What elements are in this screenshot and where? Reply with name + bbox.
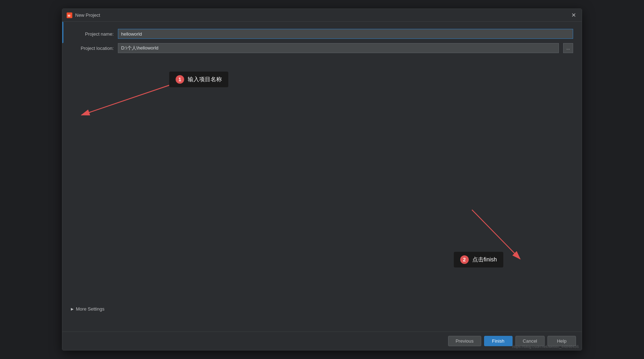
title-bar: M New Project ✕ bbox=[62, 9, 582, 22]
previous-button[interactable]: Previous bbox=[448, 336, 481, 346]
project-location-label: Project location: bbox=[71, 46, 114, 51]
project-name-row: Project name: bbox=[71, 29, 573, 39]
annotation-2-text: 点击finish bbox=[472, 256, 497, 264]
svg-line-3 bbox=[82, 85, 171, 115]
annotation-1-bubble: 1 输入项目名称 bbox=[169, 72, 228, 87]
browse-button[interactable]: ... bbox=[563, 43, 573, 53]
svg-text:M: M bbox=[68, 14, 71, 17]
annotation-1-text: 输入项目名称 bbox=[188, 76, 222, 83]
project-location-input[interactable] bbox=[118, 43, 559, 53]
watermark: https://blog.csdn.net/weixin_44846436 bbox=[512, 344, 579, 349]
annotation-2-number: 2 bbox=[460, 255, 469, 264]
more-settings-toggle[interactable]: ▶ More Settings bbox=[71, 306, 104, 312]
project-location-row: Project location: ... bbox=[71, 43, 573, 53]
dialog-footer: Previous Finish Cancel Help bbox=[62, 332, 582, 350]
dialog-title: New Project bbox=[75, 12, 570, 18]
project-name-label: Project name: bbox=[71, 31, 114, 37]
content-area: Project name: Project location: ... 1 输入… bbox=[62, 22, 582, 332]
annotation-1-container: 1 输入项目名称 bbox=[169, 72, 228, 87]
annotation-1-arrow bbox=[71, 81, 185, 124]
annotation-1-number: 1 bbox=[176, 75, 184, 84]
finish-button[interactable]: Finish bbox=[484, 336, 513, 346]
annotation-2-container: 2 点击finish bbox=[454, 252, 503, 267]
new-project-dialog: M New Project ✕ Project name: Project lo… bbox=[62, 9, 582, 350]
chevron-right-icon: ▶ bbox=[71, 307, 74, 311]
project-name-input[interactable] bbox=[118, 29, 573, 39]
annotation-2-bubble: 2 点击finish bbox=[454, 252, 503, 267]
close-button[interactable]: ✕ bbox=[570, 12, 577, 19]
app-icon: M bbox=[67, 12, 72, 18]
more-settings-label: More Settings bbox=[76, 306, 104, 312]
